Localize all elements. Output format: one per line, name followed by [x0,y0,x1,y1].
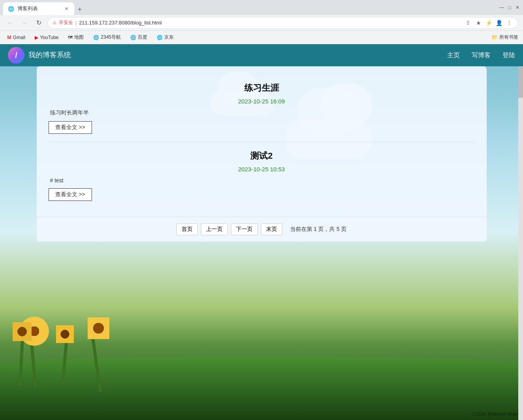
pagination-first[interactable]: 首页 [176,223,198,235]
nav2345-icon: 🌐 [93,35,99,40]
logo-icon: / [8,47,24,64]
browser-chrome: 🌐 博客列表 ✕ + — □ ✕ ← → ↻ ⚠ 不安全 | 211.159.1… [0,0,523,44]
site-title: 我的博客系统 [28,51,71,60]
active-tab[interactable]: 🌐 博客列表 ✕ [3,2,74,15]
scrollbar-thumb[interactable] [518,66,523,98]
maps-icon: 🗺 [68,35,73,40]
address-bar: ← → ↻ ⚠ 不安全 | 211.159.172.237:8080/blog_… [0,15,523,31]
youtube-icon: ▶ [35,35,38,40]
bookmark-jd[interactable]: 🌐 京东 [154,33,176,41]
close-button[interactable]: ✕ [515,5,520,10]
bookmarks-bar: M Gmail ▶ YouTube 🗺 地图 🌐 2345导航 🌐 百度 🌐 京… [0,31,523,44]
blog-list: 练习生涯 2023-10-25 16:09 练习时长两年半 查看全文 >> 测试… [37,66,487,217]
security-warning-icon: ⚠ [52,20,56,25]
window-controls: — □ ✕ [499,5,520,10]
site-nav-links: 主页 写博客 登陆 [447,51,515,60]
baidu-icon: 🌐 [130,35,136,40]
pagination-last[interactable]: 末页 [261,223,282,235]
watermark: CSDN @demon-lover [472,411,518,417]
tab-title: 博客列表 [17,5,60,12]
pagination-prev[interactable]: 上一页 [201,223,228,235]
post-1-summary: 练习时长两年半 [49,109,475,116]
gmail-icon: M [7,34,11,40]
back-button[interactable]: ← [5,17,16,28]
all-bookmarks[interactable]: 📁 所有书签 [491,34,518,41]
content-wrapper: 练习生涯 2023-10-25 16:09 练习时长两年半 查看全文 >> 测试… [37,66,487,242]
site-logo: / 我的博客系统 [8,47,71,64]
security-text: 不安全 [59,19,73,26]
nav-login[interactable]: 登陆 [502,51,515,60]
menu-icon[interactable]: ⋮ [505,19,513,27]
profile-icon[interactable]: 👤 [495,19,503,27]
jd-icon: 🌐 [157,35,163,40]
bookmark-baidu-label: 百度 [138,34,147,41]
bookmark-2345[interactable]: 🌐 2345导航 [91,33,123,41]
tab-favicon: 🌐 [8,6,14,12]
bookmark-gmail[interactable]: M Gmail [5,34,28,41]
post-1-date: 2023-10-25 16:09 [49,98,475,105]
pagination: 首页 上一页 下一页 末页 当前在第 1 页，共 5 页 [37,217,487,242]
share-icon[interactable]: ⇧ [464,19,472,27]
minimize-button[interactable]: — [499,5,504,10]
post-2-summary: # test [49,177,475,184]
bookmark-jd-label: 京东 [164,34,174,41]
post-1-read-more[interactable]: 查看全文 >> [49,121,92,134]
maximize-button[interactable]: □ [507,5,512,10]
bookmark-maps[interactable]: 🗺 地图 [66,33,86,41]
extensions-icon[interactable]: ⚡ [485,19,493,27]
tab-close-button[interactable]: ✕ [63,6,69,12]
post-2-read-more[interactable]: 查看全文 >> [49,188,92,201]
logo-symbol: / [15,51,17,60]
bookmark-gmail-label: Gmail [13,35,25,40]
url-bar[interactable]: ⚠ 不安全 | 211.159.172.237:8080/blog_list.h… [47,17,518,29]
nav-home[interactable]: 主页 [447,51,460,60]
pagination-info: 当前在第 1 页，共 5 页 [290,226,347,233]
page-background: / 我的博客系统 主页 写博客 登陆 练习生涯 2023-10-25 16:09… [0,44,523,420]
post-1-title: 练习生涯 [49,82,475,94]
blog-post-2: 测试2 2023-10-25 10:53 # test 查看全文 >> [49,142,475,209]
all-bookmarks-label: 所有书签 [499,34,518,41]
scrollbar[interactable] [518,66,523,420]
site-navbar: / 我的博客系统 主页 写博客 登陆 [0,44,523,66]
blog-post-1: 练习生涯 2023-10-25 16:09 练习时长两年半 查看全文 >> [49,74,475,142]
bookmark-youtube-label: YouTube [40,35,58,40]
nav-write[interactable]: 写博客 [472,51,491,60]
bookmark-youtube[interactable]: ▶ YouTube [32,34,61,41]
bookmark-maps-label: 地图 [74,34,84,41]
bookmark-baidu[interactable]: 🌐 百度 [128,33,150,41]
url-text: 211.159.172.237:8080/blog_list.html [79,20,462,26]
post-2-title: 测试2 [49,150,475,162]
nature-decoration [0,309,523,420]
bookmark-2345-label: 2345导航 [101,34,121,41]
post-2-date: 2023-10-25 10:53 [49,166,475,172]
title-bar: 🌐 博客列表 ✕ + — □ ✕ [0,0,523,15]
url-actions: ⇧ ★ ⚡ 👤 ⋮ [464,19,513,27]
folder-icon: 📁 [491,34,498,40]
bookmark-star-icon[interactable]: ★ [474,19,482,27]
pagination-next[interactable]: 下一页 [231,223,258,235]
tab-area: 🌐 博客列表 ✕ + [3,0,85,15]
new-tab-button[interactable]: + [74,4,85,15]
forward-button[interactable]: → [19,17,30,28]
reload-button[interactable]: ↻ [33,17,44,28]
